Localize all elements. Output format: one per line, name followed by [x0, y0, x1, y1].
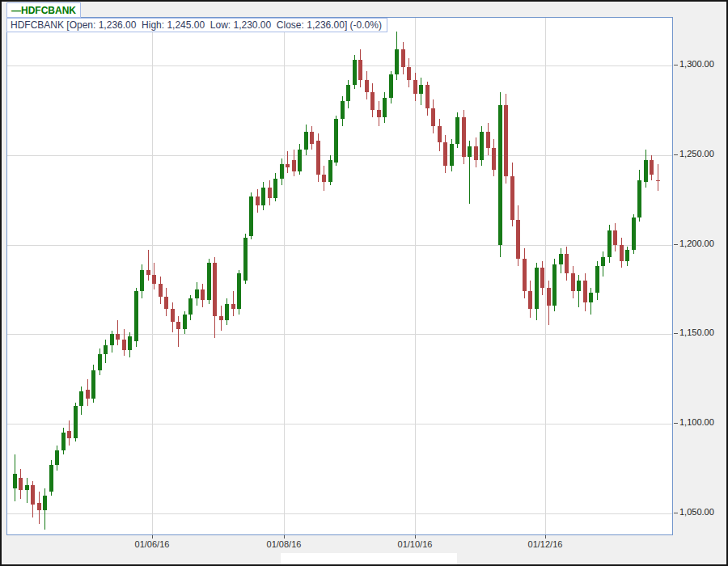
candle-body: [455, 117, 459, 144]
symbol-tab[interactable]: —HDFCBANK: [6, 2, 81, 18]
candle-body: [183, 315, 187, 329]
candle-body: [219, 316, 223, 319]
y-axis-tick: [674, 244, 678, 245]
x-axis-tick: [284, 535, 285, 539]
candle-body: [140, 270, 144, 292]
candle-body: [413, 80, 417, 95]
candle-body: [644, 160, 648, 182]
candle-body: [346, 85, 350, 101]
candle-body: [468, 146, 472, 157]
candle-body: [353, 60, 357, 85]
candle-body: [61, 433, 66, 450]
series-marker-icon: —: [11, 5, 21, 16]
candle-body: [128, 336, 132, 351]
x-axis-label: 01/10/16: [387, 539, 443, 549]
x-axis-tick: [415, 535, 416, 539]
y-axis-label: 1,300.00: [679, 59, 726, 69]
chart-window: —HDFCBANK HDFCBANK [Open: 1,236.00 High:…: [0, 0, 728, 566]
candle-body: [552, 264, 557, 306]
y-axis-tick: [674, 154, 678, 155]
candle-body: [492, 148, 496, 170]
x-axis-label: 01/06/16: [124, 539, 180, 549]
candle-body: [419, 85, 423, 94]
x-axis-tick: [545, 535, 546, 539]
candle-body: [25, 485, 29, 491]
candle-body: [146, 270, 150, 276]
candle-body: [67, 431, 71, 438]
candle-body: [583, 281, 587, 302]
symbol-label: HDFCBANK: [21, 5, 76, 16]
y-axis-tick: [674, 423, 678, 424]
candle-body: [365, 80, 369, 93]
candle-body: [322, 175, 326, 182]
candle-body: [74, 406, 78, 438]
candle-body: [650, 160, 654, 175]
candle-body: [110, 334, 114, 344]
candle-body: [13, 474, 17, 488]
candle-body: [104, 345, 108, 354]
x-axis-label: 01/12/16: [517, 539, 574, 549]
candle-body: [547, 288, 551, 306]
candle-body: [535, 268, 539, 309]
candle-body: [425, 85, 430, 108]
candle-body: [607, 230, 612, 257]
candle-body: [625, 250, 629, 260]
candle-body: [498, 105, 502, 245]
candle-body: [91, 370, 95, 399]
candle-body: [159, 284, 163, 297]
candle-body: [19, 478, 23, 491]
candle-body: [243, 238, 248, 281]
y-axis-label: 1,150.00: [679, 327, 726, 337]
y-axis-label: 1,200.00: [679, 239, 726, 248]
candle-body: [273, 179, 277, 198]
candle-body: [195, 289, 199, 298]
candle-body: [565, 254, 569, 273]
candle-body: [377, 110, 381, 117]
ohlc-info-text: HDFCBANK [Open: 1,236.00 High: 1,245.00 …: [11, 19, 382, 31]
y-axis-label: 1,100.00: [679, 417, 726, 427]
candle-body: [383, 98, 387, 117]
candle-body: [249, 196, 253, 236]
candle-body: [637, 180, 641, 218]
candle-body: [298, 150, 302, 171]
candle-body: [334, 119, 338, 162]
candle-body: [43, 496, 47, 510]
bottom-cover-overlay: [281, 553, 457, 566]
candle-body: [261, 188, 265, 205]
candle-body: [304, 132, 308, 150]
candle-body: [528, 291, 532, 309]
candle-body: [328, 160, 332, 182]
candle-body: [231, 304, 235, 310]
candle-body: [341, 101, 345, 119]
candle-body: [358, 60, 362, 79]
candle-body: [540, 268, 544, 287]
candle-body: [510, 176, 514, 219]
candle-body: [443, 142, 447, 166]
candle-body: [207, 263, 211, 301]
candle-body: [486, 132, 490, 148]
y-axis-label: 1,050.00: [679, 507, 726, 517]
candle-body: [256, 196, 260, 205]
candle-body: [171, 309, 175, 322]
candle-body: [280, 164, 284, 179]
candle-body: [188, 298, 193, 315]
candle-body: [152, 275, 156, 284]
candle-body: [450, 144, 454, 166]
candle-body: [286, 164, 290, 167]
candle-body: [632, 218, 636, 250]
candle-body: [292, 160, 296, 171]
candle-body: [134, 291, 138, 341]
ohlc-info-bar: HDFCBANK [Open: 1,236.00 High: 1,245.00 …: [6, 18, 387, 32]
candle-body: [31, 485, 35, 505]
y-axis-label: 1,250.00: [679, 149, 726, 158]
candle-body: [395, 49, 399, 74]
candle-body: [389, 74, 393, 98]
x-axis-label: 01/08/16: [256, 539, 312, 549]
chart-plot-area[interactable]: [6, 17, 673, 535]
candle-body: [601, 257, 605, 266]
candlestick-chart[interactable]: [7, 18, 672, 534]
candle-body: [462, 117, 466, 157]
candle-body: [316, 141, 320, 175]
candle-body: [474, 146, 478, 161]
candle-body: [589, 293, 593, 302]
